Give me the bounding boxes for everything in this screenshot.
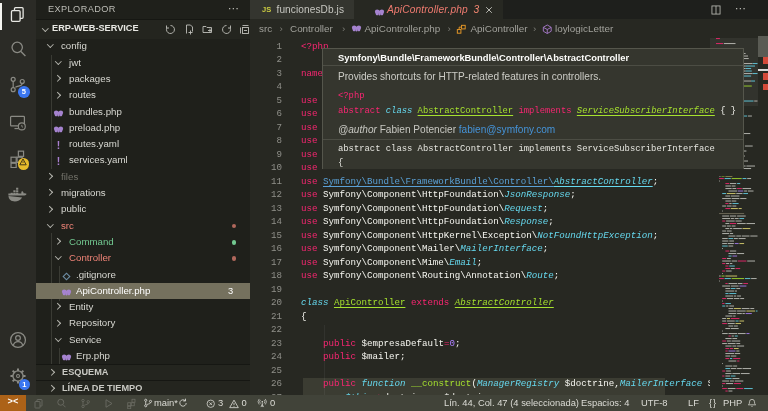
svg-text:!: !	[57, 156, 60, 167]
svg-text:!: !	[57, 140, 60, 151]
